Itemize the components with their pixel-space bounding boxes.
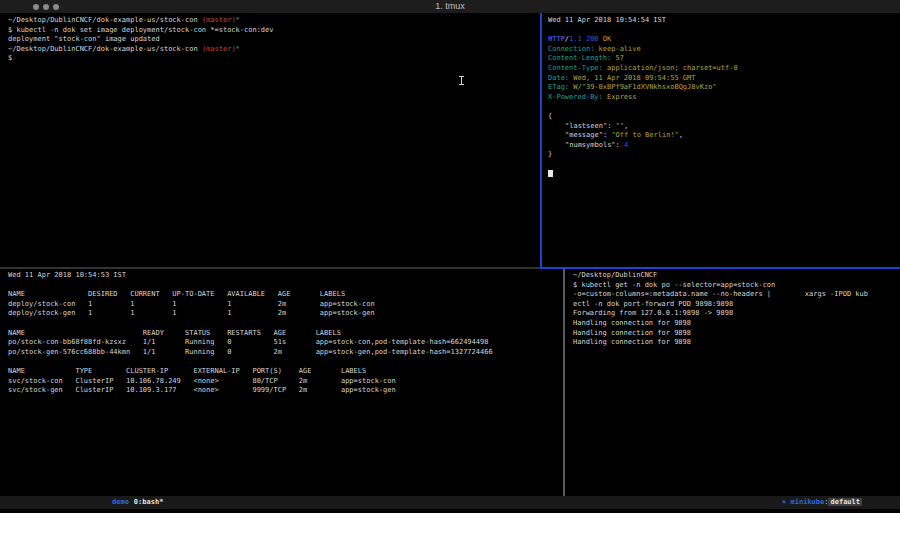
forwarding-output: Forwarding from 127.0.0.1:9898 -> 9898 bbox=[573, 309, 900, 319]
pane-timestamp: Wed 11 Apr 2018 10:54:54 IST bbox=[548, 16, 900, 26]
command-continuation: -o=custom-columns=:metadata.name --no-he… bbox=[573, 290, 900, 300]
git-dirty-flag: * bbox=[236, 16, 240, 24]
json-entry: "lastseen": "", bbox=[548, 122, 900, 132]
prompt-line: ~/Desktop/DublinCNCF/dok-example-us/stoc… bbox=[8, 16, 538, 26]
table-row: svc/stock-con ClusterIP 10.106.78.249 <n… bbox=[8, 377, 561, 387]
json-key: "numsymbols" bbox=[565, 141, 616, 149]
kube-context: minikube bbox=[791, 498, 825, 506]
json-comma: , bbox=[679, 131, 683, 139]
json-comma: , bbox=[624, 122, 628, 130]
http-protocol: HTTP bbox=[548, 35, 565, 43]
header-name: Content-Type: bbox=[548, 64, 603, 72]
text-cursor-pointer bbox=[459, 76, 464, 85]
http-header: Connection: keep-alive bbox=[548, 45, 900, 55]
header-value: keep-alive bbox=[594, 45, 640, 53]
handling-connection-output: Handling connection for 9898 bbox=[573, 338, 900, 348]
prompt-path: ~/Desktop/DublinCNCF/dok-example-us/stoc… bbox=[8, 45, 202, 53]
json-colon: : bbox=[607, 122, 615, 130]
pane-border-vertical-top[interactable] bbox=[540, 13, 542, 269]
pane-border-vertical-bottom[interactable] bbox=[563, 269, 565, 496]
pods-table-header: NAME READY STATUS RESTARTS AGE LABELS bbox=[8, 329, 561, 339]
terminal-cursor-line bbox=[548, 170, 900, 180]
header-name: X-Powered-By: bbox=[548, 93, 603, 101]
blank-line bbox=[548, 160, 900, 170]
json-key: "lastseen" bbox=[565, 122, 607, 130]
prompt-path: ~/Desktop/DublinCNCF/dok-example-us/stoc… bbox=[8, 16, 202, 24]
status-right: ⎈ minikube:default bbox=[782, 496, 862, 509]
git-branch: (master) bbox=[202, 16, 236, 24]
json-entry: "message": "Off to Berlin!", bbox=[548, 131, 900, 141]
deployments-table-header: NAME DESIRED CURRENT UP-TO-DATE AVAILABL… bbox=[8, 290, 561, 300]
header-value: Express bbox=[603, 93, 637, 101]
pane-kubectl-get-bottom-left[interactable]: Wed 11 Apr 2018 10:54:53 IST NAME DESIRE… bbox=[0, 269, 561, 496]
json-value: 4 bbox=[624, 141, 628, 149]
command-continuation: ectl -n dok port-forward POD 9898:9898 bbox=[573, 300, 900, 310]
header-value: application/json; charset=utf-8 bbox=[603, 64, 738, 72]
pane-port-forward-bottom-right[interactable]: ~/Desktop/DublinCNCF $ kubectl get -n do… bbox=[566, 269, 900, 496]
json-entry: "numsymbols": 4 bbox=[548, 141, 900, 151]
header-value: W/"39-0xBPf9aF1dXVNkhsxoBQgJ8vKzo" bbox=[569, 83, 717, 91]
terminal-window: 1. tmux ~/Desktop/DublinCNCF/dok-example… bbox=[0, 0, 900, 513]
header-name: Date: bbox=[548, 74, 569, 82]
header-name: ETag: bbox=[548, 83, 569, 91]
table-row: po/stock-con-bb68f88fd-kzsxz 1/1 Running… bbox=[8, 338, 561, 348]
blank-line bbox=[8, 281, 561, 291]
http-header: ETag: W/"39-0xBPf9aF1dXVNkhsxoBQgJ8vKzo" bbox=[548, 83, 900, 93]
http-header: Date: Wed, 11 Apr 2018 09:54:55 GMT bbox=[548, 74, 900, 84]
kubectl-set-image-command: $ kubectl -n dok set image deployment/st… bbox=[8, 26, 538, 36]
command-output: deployment "stock-con" image updated bbox=[8, 35, 538, 45]
http-reason: OK bbox=[603, 35, 611, 43]
table-row: po/stock-gen-576cc688bb-44kmn 1/1 Runnin… bbox=[8, 348, 561, 358]
kube-namespace: default bbox=[828, 498, 862, 506]
git-branch: (master) bbox=[202, 45, 236, 53]
http-header: X-Powered-By: Express bbox=[548, 93, 900, 103]
pane-timestamp: Wed 11 Apr 2018 10:54:53 IST bbox=[8, 271, 561, 281]
prompt-symbol: $ bbox=[8, 54, 538, 64]
status-left: demo0:bash* bbox=[112, 496, 163, 509]
json-open-brace: { bbox=[548, 112, 900, 122]
blank-line bbox=[8, 319, 561, 329]
header-name: Content-Length: bbox=[548, 54, 611, 62]
header-value: 57 bbox=[611, 54, 624, 62]
http-status-code: 200 bbox=[586, 35, 603, 43]
pane-shell-top-left[interactable]: ~/Desktop/DublinCNCF/dok-example-us/stoc… bbox=[0, 13, 538, 267]
tmux-status-bar: demo0:bash* ⎈ minikube:default bbox=[0, 496, 900, 509]
services-table-header: NAME TYPE CLUSTER-IP EXTERNAL-IP PORT(S)… bbox=[8, 367, 561, 377]
pane-http-response-top-right[interactable]: Wed 11 Apr 2018 10:54:54 IST HTTP/1.1 20… bbox=[542, 13, 900, 267]
header-value: Wed, 11 Apr 2018 09:54:55 GMT bbox=[569, 74, 695, 82]
kubernetes-helm-icon: ⎈ bbox=[782, 498, 786, 506]
git-dirty-flag: * bbox=[236, 45, 240, 53]
handling-connection-output: Handling connection for 9898 bbox=[573, 329, 900, 339]
http-header: Content-Type: application/json; charset=… bbox=[548, 64, 900, 74]
window-titlebar: 1. tmux bbox=[0, 0, 900, 13]
window-tab-bash[interactable]: 0:bash* bbox=[134, 498, 164, 506]
json-value: "Off to Berlin!" bbox=[611, 131, 678, 139]
session-name: demo bbox=[112, 498, 129, 506]
window-title: 1. tmux bbox=[0, 1, 900, 11]
terminal-cursor bbox=[548, 170, 553, 177]
kubectl-get-command: $ kubectl get -n dok po --selector=app=s… bbox=[573, 281, 900, 291]
json-close-brace: } bbox=[548, 150, 900, 160]
cwd-line: ~/Desktop/DublinCNCF bbox=[573, 271, 900, 281]
handling-connection-output: Handling connection for 9898 bbox=[573, 319, 900, 329]
blank-line bbox=[548, 26, 900, 36]
table-row: deploy/stock-gen 1 1 1 1 2m app=stock-ge… bbox=[8, 309, 561, 319]
http-header: Content-Length: 57 bbox=[548, 54, 900, 64]
json-key: "message" bbox=[565, 131, 603, 139]
http-version: 1.1 bbox=[569, 35, 586, 43]
http-status-line: HTTP/1.1 200 OK bbox=[548, 35, 900, 45]
prompt-line: ~/Desktop/DublinCNCF/dok-example-us/stoc… bbox=[8, 45, 538, 55]
table-row: svc/stock-gen ClusterIP 10.109.3.177 <no… bbox=[8, 386, 561, 396]
header-name: Connection: bbox=[548, 45, 594, 53]
blank-line bbox=[548, 102, 900, 112]
json-colon: : bbox=[616, 141, 624, 149]
blank-line bbox=[8, 357, 561, 367]
json-value: "" bbox=[616, 122, 624, 130]
table-row: deploy/stock-con 1 1 1 1 2m app=stock-co… bbox=[8, 300, 561, 310]
